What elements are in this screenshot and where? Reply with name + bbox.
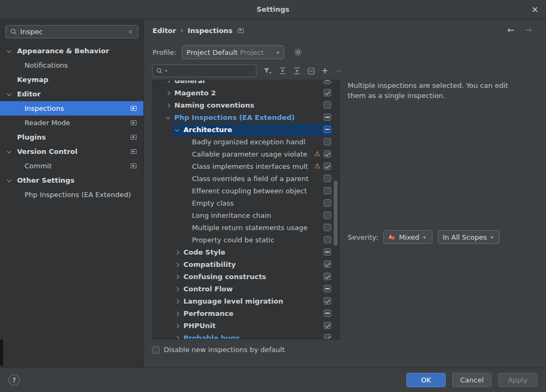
inspection-row-magento-2[interactable]: Magento 2 bbox=[152, 87, 339, 99]
inspection-checkbox[interactable] bbox=[324, 101, 331, 109]
inspection-row-efferent-coupling-between-object[interactable]: Efferent coupling between object bbox=[152, 185, 339, 197]
inspection-row-performance[interactable]: Performance bbox=[152, 307, 339, 320]
inspections-search-input[interactable]: ▾ bbox=[152, 64, 256, 77]
inspection-row-multiple-return-statements-usage[interactable]: Multiple return statements usage bbox=[152, 222, 339, 234]
inspection-checkbox[interactable] bbox=[324, 334, 331, 339]
inspection-checkbox[interactable] bbox=[324, 224, 331, 231]
inspection-checkbox[interactable] bbox=[324, 150, 331, 158]
inspection-row-property-could-be-static[interactable]: Property could be static bbox=[152, 234, 339, 246]
inspection-row-empty-class[interactable]: Empty class bbox=[152, 197, 339, 209]
inspection-row-callable-parameter-usage-violate[interactable]: Callable parameter usage violate⚠ bbox=[152, 148, 339, 160]
cancel-button[interactable]: Cancel bbox=[452, 373, 492, 387]
inspection-row-confusing-constructs[interactable]: Confusing constructs bbox=[152, 271, 339, 283]
inspection-checkbox[interactable] bbox=[324, 138, 331, 145]
inspection-checkbox[interactable] bbox=[324, 199, 331, 207]
inspection-row-code-style[interactable]: Code Style bbox=[152, 246, 339, 258]
severity-dropdown[interactable]: Mixed ▾ bbox=[383, 230, 432, 244]
sidebar-item-version-control[interactable]: Version Control bbox=[0, 144, 143, 159]
sidebar-item-notifications[interactable]: Notifications bbox=[0, 58, 143, 72]
inspection-checkbox[interactable] bbox=[324, 175, 331, 182]
inspection-checkbox[interactable] bbox=[324, 322, 331, 329]
chevron-down-icon[interactable] bbox=[6, 179, 17, 182]
inspection-checkbox[interactable] bbox=[324, 211, 331, 219]
chevron-down-icon[interactable] bbox=[174, 129, 183, 131]
inspection-row-long-inheritance-chain[interactable]: Long inheritance chain bbox=[152, 209, 339, 222]
back-arrow-icon[interactable]: ← bbox=[507, 25, 514, 35]
inspection-row-badly-organized-exception-handl[interactable]: Badly organized exception handl bbox=[152, 136, 339, 148]
inspection-row-probable-bugs[interactable]: Probable bugs bbox=[152, 332, 339, 339]
settings-dialog: Settings × Inspec × Appearance & Behavio… bbox=[0, 0, 546, 392]
chevron-right-icon[interactable] bbox=[165, 92, 174, 95]
sidebar-item-keymap[interactable]: Keymap bbox=[0, 72, 143, 87]
inspection-row-phpunit[interactable]: PHPUnit bbox=[152, 320, 339, 332]
profile-gear-icon[interactable] bbox=[294, 48, 302, 56]
chevron-down-icon[interactable] bbox=[6, 93, 17, 95]
remove-inspection-icon[interactable]: − bbox=[335, 67, 342, 75]
sidebar-item-editor[interactable]: Editor bbox=[0, 87, 143, 101]
chevron-right-icon[interactable] bbox=[174, 312, 183, 315]
inspection-row-compatibility[interactable]: Compatibility bbox=[152, 258, 339, 271]
breadcrumb-inspections[interactable]: Inspections bbox=[188, 27, 232, 35]
sidebar-item-commit[interactable]: Commit bbox=[0, 159, 143, 173]
apply-button[interactable]: Apply bbox=[498, 373, 537, 387]
chevron-right-icon[interactable] bbox=[174, 288, 183, 291]
inspection-row-control-flow[interactable]: Control Flow bbox=[152, 283, 339, 295]
inspection-label: Class implements interfaces mult bbox=[192, 162, 308, 170]
inspection-checkbox[interactable] bbox=[324, 187, 331, 194]
sidebar-item-inspections[interactable]: Inspections bbox=[0, 101, 143, 116]
inspection-row-class-implements-interfaces-mult[interactable]: Class implements interfaces mult⚠ bbox=[152, 160, 339, 173]
chevron-right-icon[interactable] bbox=[174, 300, 183, 303]
collapse-all-icon[interactable] bbox=[293, 67, 301, 75]
sidebar-item-php-inspections-ea-extended[interactable]: Php Inspections (EA Extended) bbox=[0, 187, 143, 202]
add-inspection-icon[interactable]: + bbox=[322, 67, 328, 75]
sidebar-item-appearance-behavior[interactable]: Appearance & Behavior bbox=[0, 44, 143, 58]
inspection-checkbox[interactable] bbox=[324, 285, 331, 292]
inspection-checkbox[interactable] bbox=[324, 297, 331, 305]
chevron-right-icon[interactable] bbox=[165, 104, 174, 107]
scope-dropdown[interactable]: In All Scopes ▾ bbox=[438, 230, 500, 244]
chevron-down-icon[interactable] bbox=[6, 151, 17, 153]
inspection-row-general[interactable]: General bbox=[152, 80, 339, 87]
sidebar-item-reader-mode[interactable]: Reader Mode bbox=[0, 116, 143, 130]
chevron-right-icon[interactable] bbox=[174, 251, 183, 254]
chevron-right-icon[interactable] bbox=[174, 263, 183, 266]
inspection-row-language-level-migration[interactable]: Language level migration bbox=[152, 295, 339, 307]
forward-arrow-icon[interactable]: → bbox=[525, 25, 532, 35]
sidebar-search-input[interactable]: Inspec × bbox=[5, 25, 138, 38]
inspection-row-class-overrides-a-field-of-a-parent[interactable]: Class overrides a field of a parent bbox=[152, 173, 339, 185]
reset-filter-icon[interactable] bbox=[308, 68, 315, 75]
inspection-row-naming-conventions[interactable]: Naming conventions bbox=[152, 99, 339, 111]
inspection-checkbox[interactable] bbox=[324, 260, 331, 268]
sidebar-item-other-settings[interactable]: Other Settings bbox=[0, 173, 143, 187]
disable-new-inspections-checkbox[interactable] bbox=[152, 346, 159, 354]
inspection-checkbox[interactable] bbox=[324, 126, 331, 133]
inspection-checkbox[interactable] bbox=[324, 273, 331, 280]
inspection-row-php-inspections-ea-extended[interactable]: Php Inspections (EA Extended) bbox=[152, 111, 339, 124]
chevron-down-icon[interactable] bbox=[165, 117, 174, 119]
inspection-checkbox[interactable] bbox=[324, 113, 331, 121]
clear-search-icon[interactable]: × bbox=[127, 28, 133, 36]
filter-icon[interactable] bbox=[263, 68, 272, 75]
inspection-checkbox[interactable] bbox=[324, 80, 331, 84]
ok-button[interactable]: OK bbox=[406, 373, 446, 387]
disable-new-inspections-option[interactable]: Disable new inspections by default bbox=[152, 346, 340, 354]
chevron-right-icon[interactable] bbox=[174, 324, 183, 328]
inspection-checkbox[interactable] bbox=[324, 162, 331, 170]
inspection-checkbox[interactable] bbox=[324, 236, 331, 243]
chevron-down-icon[interactable] bbox=[6, 50, 17, 52]
sidebar-scrollbar[interactable] bbox=[0, 339, 3, 366]
chevron-right-icon[interactable] bbox=[174, 337, 183, 340]
inspection-checkbox[interactable] bbox=[324, 248, 331, 256]
chevron-right-icon[interactable] bbox=[165, 80, 174, 83]
close-icon[interactable]: × bbox=[532, 4, 539, 14]
tree-scrollbar[interactable] bbox=[334, 181, 338, 246]
inspection-checkbox[interactable] bbox=[324, 309, 331, 317]
breadcrumb-editor[interactable]: Editor bbox=[152, 27, 176, 35]
inspection-row-architecture[interactable]: Architecture bbox=[152, 124, 339, 136]
help-button[interactable]: ? bbox=[9, 374, 20, 386]
chevron-right-icon[interactable] bbox=[174, 275, 183, 279]
profile-dropdown[interactable]: Project Default Project ▾ bbox=[182, 45, 284, 59]
sidebar-item-plugins[interactable]: Plugins bbox=[0, 130, 143, 144]
inspection-checkbox[interactable] bbox=[324, 89, 331, 96]
expand-all-icon[interactable] bbox=[279, 67, 286, 75]
